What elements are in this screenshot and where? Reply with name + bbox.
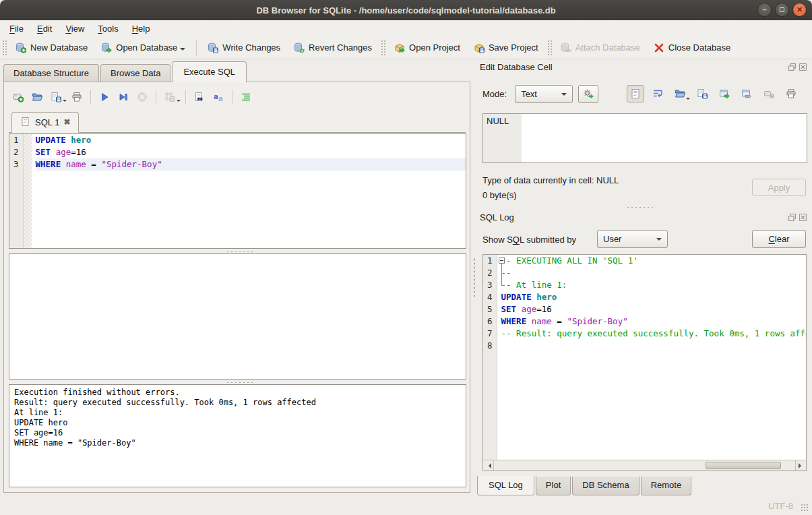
auto-apply-button[interactable] <box>578 85 598 103</box>
maximize-icon[interactable] <box>775 3 789 17</box>
code-line: -- Result: query executed successfully. … <box>501 328 806 340</box>
auto-format-icon <box>241 92 251 102</box>
app-window: { "window": { "title": "DB Browser for S… <box>0 0 812 515</box>
export-data-button[interactable] <box>693 85 711 102</box>
cell-size-info: 0 byte(s) <box>482 190 517 200</box>
sql-file-tab-label: SQL 1 <box>35 117 59 127</box>
log-filter-label: Show SQL submitted by <box>482 235 576 245</box>
resize-grip[interactable] <box>801 504 809 512</box>
code-line: SET age=16 <box>501 303 806 315</box>
minimize-icon[interactable]: – <box>757 3 772 17</box>
project-open-icon <box>394 42 405 53</box>
tab-close-icon[interactable]: ✖ <box>63 117 70 127</box>
menu-file[interactable]: File <box>3 22 30 36</box>
cell-value-editor[interactable]: NULL <box>482 113 807 163</box>
save-sql-file-icon <box>51 92 61 102</box>
import-data-icon <box>675 88 685 99</box>
save-results-icon <box>164 92 175 102</box>
auto-format-button[interactable] <box>237 88 255 106</box>
line-number: 1 <box>483 255 497 267</box>
scroll-left-icon[interactable] <box>483 460 494 471</box>
word-wrap-button[interactable] <box>649 85 666 102</box>
open-project-button[interactable]: Open Project <box>387 39 467 57</box>
text-view-button[interactable] <box>627 85 644 102</box>
dock-close-icon[interactable] <box>799 213 807 222</box>
import-data-button[interactable] <box>671 85 689 102</box>
menu-edit[interactable]: Edit <box>30 22 59 36</box>
toolbar-separator <box>90 90 91 104</box>
scroll-right-icon[interactable] <box>795 460 806 471</box>
toolbar-grip[interactable] <box>547 40 552 56</box>
apply-button: Apply <box>752 179 806 196</box>
title-bar[interactable]: DB Browser for SQLite - /home/user/code/… <box>0 0 812 20</box>
dock-float-icon[interactable] <box>788 213 797 222</box>
bottom-tab-plot[interactable]: Plot <box>536 477 571 495</box>
execute-line-button[interactable] <box>115 88 132 106</box>
revert-changes-button[interactable]: Revert Changes <box>287 39 379 57</box>
find-replace-button[interactable] <box>191 88 208 106</box>
new-database-button[interactable]: New Database <box>9 39 94 57</box>
execute-sql-panel: aa SQL 1 ✖ 123 UPDATE heroSET age=16WHER… <box>3 82 470 493</box>
code-line: WHERE name = "Spider-Boy" <box>501 315 806 328</box>
cell-log-dock-splitter[interactable] <box>627 206 654 209</box>
dock-float-icon[interactable] <box>788 63 797 71</box>
sql-editor[interactable]: 123 UPDATE heroSET age=16WHERE name = "S… <box>9 133 466 249</box>
sql-editor-toolbar: aa <box>9 88 255 106</box>
window-title: DB Browser for SQLite - /home/user/code/… <box>256 5 555 16</box>
mode-label: Mode: <box>482 89 507 99</box>
dock-splitter[interactable] <box>472 62 476 493</box>
syntax-highlight-icon: aa <box>213 92 224 102</box>
log-horizontal-scrollbar[interactable] <box>483 460 806 471</box>
code-line: -- EXECUTING ALL IN 'SQL 1' <box>501 255 806 267</box>
bottom-tab-remote[interactable]: Remote <box>641 477 692 495</box>
clear-log-button[interactable]: Clear <box>752 230 806 248</box>
toolbar-grip[interactable] <box>2 40 7 56</box>
link-data-button[interactable] <box>738 85 755 102</box>
save-project-button[interactable]: Save Project <box>467 39 545 57</box>
tab-database-structure[interactable]: Database Structure <box>3 64 99 82</box>
mode-combobox[interactable]: Text <box>515 85 573 103</box>
open-database-button[interactable]: Open Database <box>94 39 192 57</box>
text-view-icon <box>630 88 641 99</box>
sql-log-view[interactable]: 12345678 -- EXECUTING ALL IN 'SQL 1'----… <box>482 254 807 471</box>
close-icon[interactable]: ✕ <box>792 3 807 17</box>
tab-execute-sql[interactable]: Execute SQL <box>172 61 247 82</box>
project-save-icon <box>474 42 485 53</box>
word-wrap-icon <box>652 88 663 99</box>
print-icon <box>71 92 82 102</box>
query-results-pane[interactable] <box>9 253 466 380</box>
dock-close-icon[interactable] <box>799 63 807 71</box>
syntax-highlight-button[interactable]: aa <box>210 88 227 106</box>
apply-export-button[interactable] <box>716 85 733 102</box>
log-filter-combobox[interactable]: User <box>597 230 668 248</box>
toolbar-separator <box>232 90 232 104</box>
code-line: UPDATE hero <box>501 291 806 303</box>
encoding-indicator: UTF-8 <box>768 501 793 511</box>
menu-help[interactable]: Help <box>125 22 157 36</box>
code-line: UPDATE hero <box>36 134 466 146</box>
write-changes-button[interactable]: Write Changes <box>201 39 287 57</box>
toolbar-separator <box>196 40 197 56</box>
set-null-icon <box>763 88 774 99</box>
print-button[interactable] <box>68 88 86 106</box>
menu-view[interactable]: View <box>59 22 91 36</box>
bottom-tab-db-schema[interactable]: DB Schema <box>572 477 639 495</box>
sql-file-tab[interactable]: SQL 1 ✖ <box>11 112 79 133</box>
close-database-button[interactable]: Close Database <box>647 39 738 57</box>
open-sql-file-button[interactable] <box>28 88 46 106</box>
menu-tools[interactable]: Tools <box>91 22 125 36</box>
bottom-tab-sql-log[interactable]: SQL Log <box>477 476 534 495</box>
apply-button-label: Apply <box>768 183 790 193</box>
execution-message-pane[interactable]: Execution finished without errors. Resul… <box>9 384 466 487</box>
execute-all-button[interactable] <box>96 88 113 106</box>
print-cell-button[interactable] <box>782 85 800 102</box>
window-controls: – ✕ <box>757 3 807 17</box>
stop-icon <box>137 92 148 102</box>
code-line <box>501 340 806 352</box>
tab-new-button[interactable] <box>9 88 27 106</box>
toolbar-grip[interactable] <box>381 40 385 56</box>
scrollbar-thumb[interactable] <box>706 462 781 469</box>
tab-browse-data[interactable]: Browse Data <box>100 64 170 82</box>
fold-collapse-icon[interactable] <box>499 258 505 264</box>
execute-line-icon <box>118 92 129 102</box>
